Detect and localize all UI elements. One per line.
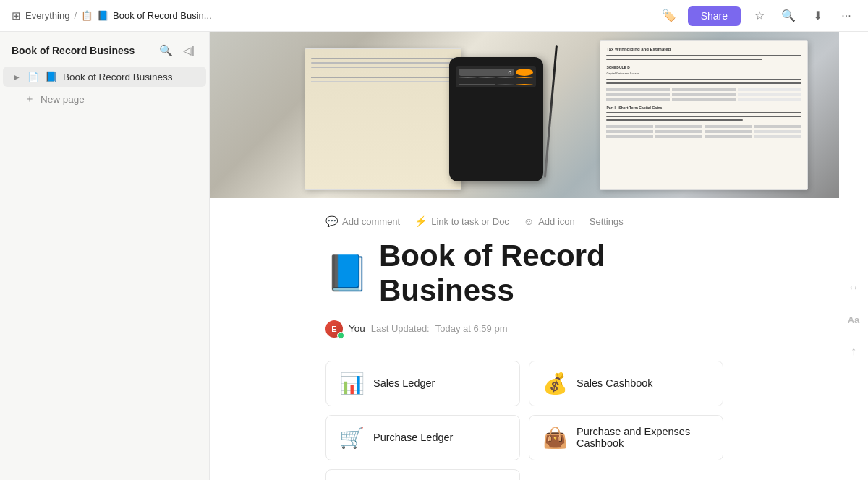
star-icon[interactable]: ☆ bbox=[749, 6, 770, 26]
subpage-emoji-0: 📊 bbox=[339, 372, 365, 395]
download-icon[interactable]: ⬇ bbox=[807, 6, 827, 26]
sidebar-header-icons: 🔍 ◁| bbox=[157, 42, 197, 59]
page-title-breadcrumb[interactable]: Book of Record Busin... bbox=[113, 10, 212, 21]
breadcrumb: ⊞ Everything / 📋 📘 Book of Record Busin.… bbox=[12, 9, 212, 22]
page-content: 💬 Add comment ⚡ Link to task or Doc ☺ Ad… bbox=[210, 198, 839, 480]
app-grid-icon[interactable]: ⊞ bbox=[12, 9, 21, 22]
right-sidebar: ↔ Aa ↑ bbox=[839, 32, 868, 480]
subpage-item-1[interactable]: 💰 Sales Cashbook bbox=[529, 361, 723, 406]
topbar: ⊞ Everything / 📋 📘 Book of Record Busin.… bbox=[0, 0, 868, 32]
more-icon[interactable]: ··· bbox=[836, 6, 856, 26]
subpage-emoji-3: 👜 bbox=[542, 426, 568, 450]
cover-pen bbox=[544, 46, 558, 179]
link-to-task-label: Link to task or Doc bbox=[431, 216, 509, 227]
topbar-actions: 🏷️ Share ☆ 🔍 ⬇ ··· bbox=[659, 6, 856, 26]
cover-image-inner: 0 bbox=[210, 32, 839, 198]
author-initial: E bbox=[331, 325, 336, 333]
cover-image: 0 bbox=[210, 32, 839, 198]
last-updated-value: Today at 6:59 pm bbox=[435, 323, 508, 334]
sidebar: Book of Record Business 🔍 ◁| ▶ 📄 📘 Book … bbox=[0, 32, 210, 480]
add-icon-action[interactable]: ☺ Add icon bbox=[524, 215, 575, 227]
cover-phone: 0 bbox=[449, 57, 544, 182]
share-upload-icon[interactable]: ↑ bbox=[843, 341, 864, 361]
search-icon[interactable]: 🔍 bbox=[778, 6, 799, 26]
comment-icon: 💬 bbox=[326, 215, 338, 227]
bookmark-icon[interactable]: 🏷️ bbox=[659, 6, 679, 26]
sidebar-title: Book of Record Business bbox=[12, 45, 135, 56]
author-row: E You Last Updated: Today at 6:59 pm bbox=[326, 320, 723, 338]
title-emoji: 📘 bbox=[326, 256, 369, 291]
cover-tax-doc: Tax Withholding and Estimated SCHEDULE D… bbox=[600, 40, 807, 190]
action-bar: 💬 Add comment ⚡ Link to task or Doc ☺ Ad… bbox=[326, 198, 723, 239]
subpage-item-0[interactable]: 📊 Sales Ledger bbox=[326, 361, 520, 406]
content-area: 0 bbox=[210, 32, 839, 480]
breadcrumb-sep: / bbox=[74, 10, 77, 21]
share-button[interactable]: Share bbox=[688, 6, 741, 26]
sidebar-item-emoji: 📘 bbox=[45, 71, 57, 82]
author-name: You bbox=[349, 323, 365, 334]
search-sidebar-icon[interactable]: 🔍 bbox=[157, 42, 174, 59]
cover-doc-left bbox=[305, 48, 462, 190]
add-comment-action[interactable]: 💬 Add comment bbox=[326, 215, 400, 227]
author-online-badge bbox=[337, 332, 344, 339]
sidebar-item-doc-icon: 📄 bbox=[27, 72, 39, 82]
subpage-label-0: Sales Ledger bbox=[373, 377, 435, 389]
font-size-icon[interactable]: Aa bbox=[843, 309, 864, 330]
page-icon: 📘 bbox=[97, 10, 109, 21]
subpage-item-3[interactable]: 👜 Purchase and Expenses Cashbook bbox=[529, 415, 723, 460]
collapse-sidebar-icon[interactable]: ◁| bbox=[180, 42, 197, 59]
sidebar-item-label: Book of Record Business bbox=[63, 72, 195, 82]
link-to-task-action[interactable]: ⚡ Link to task or Doc bbox=[414, 215, 509, 227]
new-page-label: New page bbox=[41, 94, 85, 105]
sidebar-item-book-record[interactable]: ▶ 📄 📘 Book of Record Business bbox=[3, 67, 206, 87]
subpages-grid: 📊 Sales Ledger 💰 Sales Cashbook 🛒 Purcha… bbox=[326, 361, 723, 480]
cover-decorations: 0 bbox=[210, 32, 839, 198]
page-title-row: 📘 Book of Record Business bbox=[326, 239, 723, 309]
app-name[interactable]: Everything bbox=[25, 10, 69, 21]
add-comment-label: Add comment bbox=[342, 216, 400, 227]
smiley-icon: ☺ bbox=[524, 215, 534, 227]
link-icon: ⚡ bbox=[414, 215, 427, 227]
cover-phone-screen: 0 bbox=[456, 66, 536, 87]
page-title-text[interactable]: Book of Record Business bbox=[379, 239, 723, 309]
expand-icon[interactable]: ↔ bbox=[843, 278, 864, 298]
doc-icon: 📋 bbox=[81, 10, 93, 21]
settings-action[interactable]: Settings bbox=[590, 216, 624, 227]
subpage-emoji-2: 🛒 bbox=[339, 426, 365, 450]
last-updated-label: Last Updated: bbox=[371, 323, 430, 334]
subpage-label-3: Purchase and Expenses Cashbook bbox=[576, 426, 710, 449]
sidebar-item-arrow: ▶ bbox=[12, 72, 22, 82]
plus-icon: ＋ bbox=[25, 93, 35, 106]
subpage-item-2[interactable]: 🛒 Purchase Ledger bbox=[326, 415, 520, 460]
subpage-item-4[interactable]: 📦 Cash Book Summary bbox=[326, 469, 520, 480]
sidebar-new-page[interactable]: ＋ New page bbox=[3, 88, 206, 110]
sidebar-header: Book of Record Business 🔍 ◁| bbox=[0, 32, 209, 67]
author-avatar: E bbox=[326, 320, 343, 338]
subpage-label-2: Purchase Ledger bbox=[373, 432, 453, 443]
subpage-emoji-1: 💰 bbox=[542, 372, 568, 395]
add-icon-label: Add icon bbox=[538, 216, 575, 227]
subpage-label-1: Sales Cashbook bbox=[576, 377, 653, 389]
main-layout: Book of Record Business 🔍 ◁| ▶ 📄 📘 Book … bbox=[0, 32, 868, 480]
